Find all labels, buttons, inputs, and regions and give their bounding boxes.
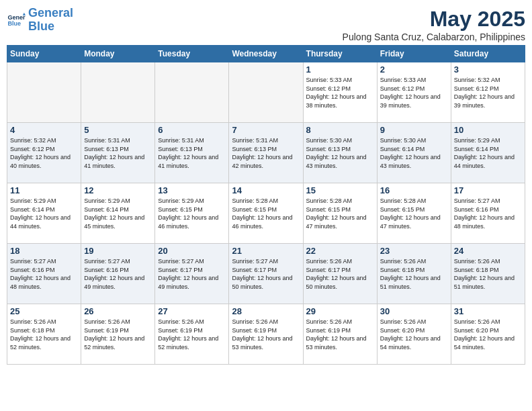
calendar-cell: 15Sunrise: 5:28 AMSunset: 6:15 PMDayligh… [303,183,377,244]
day-number: 13 [158,185,226,195]
cell-info: Sunrise: 5:27 AMSunset: 6:17 PMDaylight:… [158,257,226,291]
day-number: 14 [232,185,300,195]
calendar-cell: 25Sunrise: 5:26 AMSunset: 6:18 PMDayligh… [7,304,81,365]
calendar-cell: 24Sunrise: 5:26 AMSunset: 6:18 PMDayligh… [451,244,525,304]
day-number: 15 [306,185,374,195]
weekday-header-row: SundayMondayTuesdayWednesdayThursdayFrid… [7,46,525,62]
calendar-week-1: 1Sunrise: 5:33 AMSunset: 6:12 PMDaylight… [7,62,525,123]
calendar-cell [155,62,229,123]
logo-icon: General Blue [7,11,26,30]
day-number: 2 [380,64,448,75]
cell-info: Sunrise: 5:26 AMSunset: 6:17 PMDaylight:… [306,257,374,291]
cell-info: Sunrise: 5:29 AMSunset: 6:14 PMDaylight:… [454,136,522,170]
cell-info: Sunrise: 5:32 AMSunset: 6:12 PMDaylight:… [454,76,522,109]
day-number: 11 [10,185,78,195]
weekday-header-monday: Monday [81,46,155,62]
calendar-table: SundayMondayTuesdayWednesdayThursdayFrid… [7,45,525,365]
calendar-cell: 23Sunrise: 5:26 AMSunset: 6:18 PMDayligh… [377,244,451,304]
logo: General Blue GeneralBlue [7,7,73,34]
day-number: 25 [10,306,78,316]
cell-info: Sunrise: 5:28 AMSunset: 6:15 PMDaylight:… [232,197,300,230]
svg-text:Blue: Blue [7,20,21,27]
calendar-cell: 11Sunrise: 5:29 AMSunset: 6:14 PMDayligh… [7,183,81,244]
calendar-cell: 31Sunrise: 5:26 AMSunset: 6:20 PMDayligh… [451,304,525,365]
month-title: May 2025 [343,7,525,32]
calendar-cell: 28Sunrise: 5:26 AMSunset: 6:19 PMDayligh… [229,304,303,365]
calendar-cell: 18Sunrise: 5:27 AMSunset: 6:16 PMDayligh… [7,244,81,304]
weekday-header-friday: Friday [377,46,451,62]
calendar-cell: 21Sunrise: 5:27 AMSunset: 6:17 PMDayligh… [229,244,303,304]
calendar-cell: 14Sunrise: 5:28 AMSunset: 6:15 PMDayligh… [229,183,303,244]
calendar-cell: 4Sunrise: 5:32 AMSunset: 6:12 PMDaylight… [7,123,81,183]
page-header: General Blue GeneralBlue May 2025 Pulong… [7,7,525,42]
cell-info: Sunrise: 5:27 AMSunset: 6:16 PMDaylight:… [454,197,522,230]
calendar-cell: 17Sunrise: 5:27 AMSunset: 6:16 PMDayligh… [451,183,525,244]
calendar-cell: 16Sunrise: 5:28 AMSunset: 6:15 PMDayligh… [377,183,451,244]
day-number: 16 [380,185,448,195]
cell-info: Sunrise: 5:26 AMSunset: 6:19 PMDaylight:… [158,318,226,351]
day-number: 31 [454,306,522,316]
day-number: 30 [380,306,448,316]
svg-text:General: General [7,13,26,20]
calendar-cell: 22Sunrise: 5:26 AMSunset: 6:17 PMDayligh… [303,244,377,304]
calendar-cell: 29Sunrise: 5:26 AMSunset: 6:19 PMDayligh… [303,304,377,365]
weekday-header-thursday: Thursday [303,46,377,62]
day-number: 5 [84,125,152,135]
calendar-cell: 12Sunrise: 5:29 AMSunset: 6:14 PMDayligh… [81,183,155,244]
calendar-week-2: 4Sunrise: 5:32 AMSunset: 6:12 PMDaylight… [7,123,525,183]
cell-info: Sunrise: 5:31 AMSunset: 6:13 PMDaylight:… [158,136,226,170]
day-number: 8 [306,125,374,135]
calendar-cell: 1Sunrise: 5:33 AMSunset: 6:12 PMDaylight… [303,62,377,123]
weekday-header-tuesday: Tuesday [155,46,229,62]
cell-info: Sunrise: 5:33 AMSunset: 6:12 PMDaylight:… [306,76,374,109]
cell-info: Sunrise: 5:31 AMSunset: 6:13 PMDaylight:… [232,136,300,170]
cell-info: Sunrise: 5:27 AMSunset: 6:16 PMDaylight:… [84,257,152,291]
day-number: 24 [454,246,522,256]
cell-info: Sunrise: 5:31 AMSunset: 6:13 PMDaylight:… [84,136,152,170]
cell-info: Sunrise: 5:26 AMSunset: 6:18 PMDaylight:… [380,257,448,291]
calendar-week-4: 18Sunrise: 5:27 AMSunset: 6:16 PMDayligh… [7,244,525,304]
calendar-cell: 13Sunrise: 5:29 AMSunset: 6:15 PMDayligh… [155,183,229,244]
cell-info: Sunrise: 5:26 AMSunset: 6:19 PMDaylight:… [306,318,374,351]
cell-info: Sunrise: 5:26 AMSunset: 6:19 PMDaylight:… [232,318,300,351]
day-number: 26 [84,306,152,316]
cell-info: Sunrise: 5:28 AMSunset: 6:15 PMDaylight:… [306,197,374,230]
calendar-cell: 27Sunrise: 5:26 AMSunset: 6:19 PMDayligh… [155,304,229,365]
day-number: 21 [232,246,300,256]
weekday-header-wednesday: Wednesday [229,46,303,62]
day-number: 9 [380,125,448,135]
cell-info: Sunrise: 5:28 AMSunset: 6:15 PMDaylight:… [380,197,448,230]
cell-info: Sunrise: 5:26 AMSunset: 6:20 PMDaylight:… [454,318,522,351]
calendar-cell: 3Sunrise: 5:32 AMSunset: 6:12 PMDaylight… [451,62,525,123]
cell-info: Sunrise: 5:26 AMSunset: 6:18 PMDaylight:… [454,257,522,291]
day-number: 19 [84,246,152,256]
cell-info: Sunrise: 5:30 AMSunset: 6:14 PMDaylight:… [380,136,448,170]
calendar-cell: 19Sunrise: 5:27 AMSunset: 6:16 PMDayligh… [81,244,155,304]
cell-info: Sunrise: 5:32 AMSunset: 6:12 PMDaylight:… [10,136,78,170]
calendar-cell [81,62,155,123]
cell-info: Sunrise: 5:29 AMSunset: 6:14 PMDaylight:… [84,197,152,230]
calendar-cell: 8Sunrise: 5:30 AMSunset: 6:13 PMDaylight… [303,123,377,183]
cell-info: Sunrise: 5:27 AMSunset: 6:17 PMDaylight:… [232,257,300,291]
day-number: 6 [158,125,226,135]
day-number: 1 [306,64,374,75]
calendar-cell: 10Sunrise: 5:29 AMSunset: 6:14 PMDayligh… [451,123,525,183]
weekday-header-sunday: Sunday [7,46,81,62]
calendar-cell [229,62,303,123]
calendar-cell: 30Sunrise: 5:26 AMSunset: 6:20 PMDayligh… [377,304,451,365]
day-number: 7 [232,125,300,135]
calendar-cell [7,62,81,123]
logo-text: GeneralBlue [28,7,73,34]
weekday-header-saturday: Saturday [451,46,525,62]
day-number: 12 [84,185,152,195]
calendar-cell: 26Sunrise: 5:26 AMSunset: 6:19 PMDayligh… [81,304,155,365]
day-number: 20 [158,246,226,256]
location: Pulong Santa Cruz, Calabarzon, Philippin… [343,32,525,42]
calendar-cell: 5Sunrise: 5:31 AMSunset: 6:13 PMDaylight… [81,123,155,183]
day-number: 17 [454,185,522,195]
cell-info: Sunrise: 5:26 AMSunset: 6:20 PMDaylight:… [380,318,448,351]
cell-info: Sunrise: 5:26 AMSunset: 6:18 PMDaylight:… [10,318,78,351]
day-number: 3 [454,64,522,75]
calendar-cell: 2Sunrise: 5:33 AMSunset: 6:12 PMDaylight… [377,62,451,123]
cell-info: Sunrise: 5:29 AMSunset: 6:15 PMDaylight:… [158,197,226,230]
